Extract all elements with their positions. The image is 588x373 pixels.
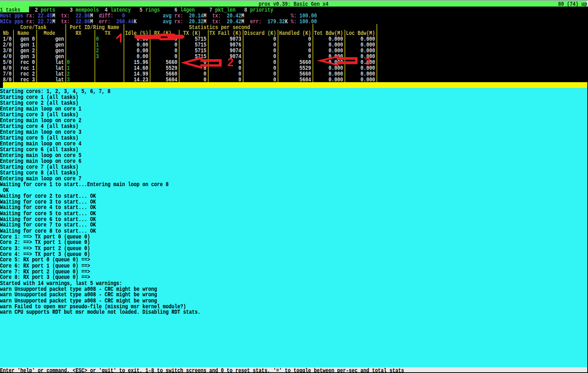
svg-text:2: 2 (227, 56, 234, 69)
svg-text:3: 3 (365, 56, 370, 67)
